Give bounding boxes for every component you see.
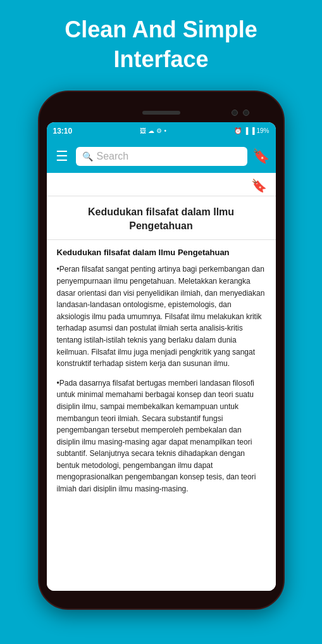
bookmark-button[interactable]: 🔖	[252, 148, 269, 165]
article-paragraph-1: •Peran filsafat sangat penting artinya b…	[57, 263, 266, 369]
phone-screen: 13:10 🖼 ☁ ⚙ • ⏰ ▐ ▐ 19% ☰ 🔍	[47, 122, 276, 591]
alarm-icon: ⏰	[234, 127, 242, 134]
content-bookmark-icon[interactable]: 🔖	[251, 178, 267, 193]
phone-camera-left	[232, 110, 238, 116]
cloud-icon: ☁	[148, 127, 154, 134]
article-title: Kedudukan filsafat dalam Ilmu Pengetahua…	[47, 196, 276, 241]
content-header: 🔖	[47, 173, 276, 196]
phone-body: 13:10 🖼 ☁ ⚙ • ⏰ ▐ ▐ 19% ☰ 🔍	[38, 91, 285, 610]
search-bar[interactable]: 🔍 Search	[76, 147, 247, 166]
signal-icon-2: ▐	[250, 127, 254, 134]
phone-speaker	[142, 111, 180, 115]
status-icons-left: 🖼 ☁ ⚙ •	[140, 127, 166, 134]
status-bar: 13:10 🖼 ☁ ⚙ • ⏰ ▐ ▐ 19%	[47, 122, 276, 140]
article-body: Kedudukan filsafat dalam Ilmu Pengetahua…	[47, 240, 276, 590]
toolbar: ☰ 🔍 Search 🔖	[47, 140, 276, 173]
battery-text: 19%	[256, 127, 269, 134]
dot-icon: •	[164, 127, 166, 134]
page-header-title: Clean And Simple Interface	[0, 0, 322, 87]
content-area: 🔖 Kedudukan filsafat dalam Ilmu Pengetah…	[47, 173, 276, 591]
search-input[interactable]: Search	[97, 151, 241, 162]
search-icon: 🔍	[82, 151, 93, 161]
article-paragraph-2: •Pada dasarnya filsafat bertugas memberi…	[57, 377, 266, 495]
phone-camera-right	[243, 110, 249, 116]
signal-icon-1: ▐	[244, 127, 248, 134]
status-time: 13:10	[53, 127, 73, 136]
notification-icon: 🖼	[140, 127, 146, 134]
phone-mockup: 13:10 🖼 ☁ ⚙ • ⏰ ▐ ▐ 19% ☰ 🔍	[38, 87, 285, 613]
menu-button[interactable]: ☰	[53, 148, 71, 165]
article-section-title: Kedudukan filsafat dalam Ilmu Pengetahua…	[57, 248, 266, 257]
phone-top-bar	[47, 103, 276, 122]
settings-icon: ⚙	[156, 127, 162, 134]
status-icons-right: ⏰ ▐ ▐ 19%	[234, 127, 269, 134]
